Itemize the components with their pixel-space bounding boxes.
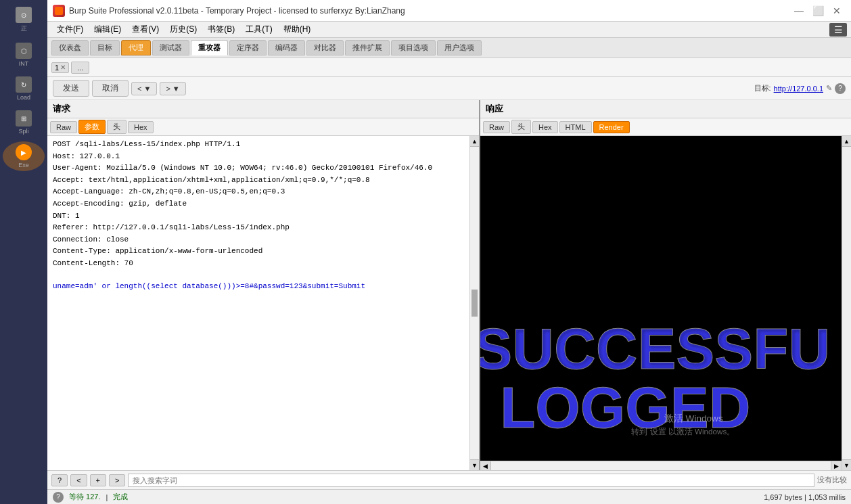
resp-tab-html[interactable]: HTML: [559, 121, 592, 133]
tab-project-options[interactable]: 项目选项: [391, 40, 436, 55]
tab-repeater[interactable]: 重攻器: [191, 40, 228, 55]
request-body: POST /sqli-labs/Less-15/index.php HTTP/1…: [47, 136, 479, 470]
resp-tab-hex[interactable]: Hex: [532, 121, 558, 133]
menu-view[interactable]: 查看(V): [127, 22, 164, 37]
sidebar-item-home[interactable]: ⊙ 正: [3, 4, 45, 36]
resp-tab-raw[interactable]: Raw: [483, 121, 510, 133]
status-help-icon[interactable]: ?: [53, 492, 64, 503]
tab-user-options[interactable]: 用户选项: [437, 40, 482, 55]
sidebar-item-load[interactable]: ↻ Load: [3, 74, 45, 104]
response-scrollbar[interactable]: ▲ ▼: [842, 136, 851, 470]
tab-ellipsis[interactable]: ...: [71, 62, 89, 74]
req-line-6: Accept-Encoding: gzip, deflate: [50, 198, 476, 210]
resp-scroll-track: [842, 147, 851, 459]
minimize-button[interactable]: —: [790, 4, 808, 18]
menu-tools[interactable]: 工具(T): [240, 22, 277, 37]
sidebar-item-split[interactable]: ⊞ Spli: [3, 108, 45, 137]
action-bar: 发送 取消 < ▼ > ▼ 目标: http://127.0.0.1 ✎ ?: [47, 77, 851, 100]
req-line-5: Accept-Language: zh-CN,zh;q=0.8,en-US;q=…: [50, 186, 476, 198]
req-tab-params[interactable]: 参数: [78, 120, 106, 134]
home-icon: ⊙: [21, 12, 26, 19]
render-area: SUCCESSFU LOGGED 激活 Windows 转到 设置 以激活 Wi…: [480, 136, 851, 470]
help-target-icon[interactable]: ?: [835, 83, 846, 94]
hamburger-button[interactable]: ☰: [829, 23, 847, 37]
tab-decoder[interactable]: 编码器: [268, 40, 305, 55]
request-panel-tabs: Raw 参数 头 Hex: [47, 118, 479, 136]
req-tab-headers[interactable]: 头: [107, 120, 127, 134]
tab-proxy[interactable]: 代理: [121, 40, 151, 55]
scroll-up-arrow[interactable]: ▲: [470, 136, 479, 147]
request-content[interactable]: POST /sqli-labs/Less-15/index.php HTTP/1…: [47, 136, 479, 470]
tab-tester[interactable]: 测试器: [152, 40, 189, 55]
resp-scroll-left[interactable]: ◀: [480, 461, 491, 470]
bytes-info: 1,697 bytes | 1,053 millis: [764, 493, 846, 501]
target-label-text: 目标:: [754, 83, 771, 93]
sidebar-item-label-load: Load: [17, 94, 30, 101]
status-divider: |: [106, 493, 108, 501]
titlebar: Burp Suite Professional v2.0.11beta - Te…: [47, 0, 851, 22]
main-window: Burp Suite Professional v2.0.11beta - Te…: [47, 0, 851, 504]
prev-button[interactable]: <: [70, 474, 87, 486]
sidebar-item-exe[interactable]: ▶ Exe: [3, 141, 45, 171]
request-panel: 请求 Raw 参数 头 Hex POST /sqli-labs/Less-15/…: [47, 100, 480, 470]
req-line-1: POST /sqli-labs/Less-15/index.php HTTP/1…: [50, 139, 476, 151]
resp-scroll-up[interactable]: ▲: [842, 136, 851, 147]
add-button[interactable]: +: [90, 474, 106, 486]
svg-text:转到 设置 以激活 Windows。: 转到 设置 以激活 Windows。: [631, 427, 735, 436]
req-tab-hex[interactable]: Hex: [128, 121, 154, 133]
sidebar-item-int[interactable]: ⬡ INT: [3, 40, 45, 70]
req-line-10: Content-Type: application/x-www-form-url…: [50, 246, 476, 258]
menu-file[interactable]: 文件(F): [51, 22, 89, 37]
render-content: SUCCESSFU LOGGED 激活 Windows 转到 设置 以激活 Wi…: [480, 136, 842, 470]
response-hscrollbar[interactable]: ◀ ▶: [480, 461, 842, 470]
scroll-thumb[interactable]: [472, 290, 478, 317]
edit-target-icon[interactable]: ✎: [826, 84, 832, 93]
tab-sequencer[interactable]: 定序器: [229, 40, 267, 55]
sidebar-item-label-home: 正: [21, 24, 27, 33]
tab-extensions[interactable]: 推件扩展: [345, 40, 390, 55]
load-icon: ↻: [21, 81, 26, 89]
nav-fwd-button[interactable]: > ▼: [160, 82, 185, 95]
tab-target[interactable]: 目标: [90, 40, 120, 55]
tab-close-icon[interactable]: ✕: [60, 64, 66, 71]
req-line-4: Accept: text/html,application/xhtml+xml,…: [50, 175, 476, 187]
menu-edit[interactable]: 编辑(E): [89, 22, 127, 37]
resp-tab-render[interactable]: Render: [593, 121, 630, 133]
window-title: Burp Suite Professional v2.0.11beta - Te…: [69, 6, 790, 16]
next-button[interactable]: >: [109, 474, 125, 486]
tab-number: 1: [55, 64, 59, 72]
scroll-down-arrow[interactable]: ▼: [470, 459, 479, 470]
menubar: 文件(F) 编辑(E) 查看(V) 历史(S) 书签(B) 工具(T) 帮助(H…: [47, 22, 851, 38]
burp-icon: [53, 5, 65, 17]
cancel-button[interactable]: 取消: [92, 80, 129, 97]
req-tab-raw[interactable]: Raw: [50, 121, 77, 133]
nav-back-button[interactable]: < ▼: [131, 82, 157, 95]
render-image: SUCCESSFU LOGGED 激活 Windows 转到 设置 以激活 Wi…: [480, 136, 851, 470]
toolbar: 仪表盘 目标 代理 测试器 重攻器 定序器 编码器 对比器 推件扩展 项目选项 …: [47, 38, 851, 58]
help-button[interactable]: ?: [51, 474, 68, 486]
req-line-8: Referer: http://127.0.0.1/sqli-labs/Less…: [50, 222, 476, 234]
target-label-container: 目标: http://127.0.0.1 ✎ ?: [754, 83, 846, 94]
send-button[interactable]: 发送: [53, 80, 89, 97]
resp-tab-headers[interactable]: 头: [511, 120, 531, 134]
resp-scroll-right[interactable]: ▶: [831, 461, 842, 470]
maximize-button[interactable]: ⬜: [809, 4, 827, 18]
tab-comparer[interactable]: 对比器: [306, 40, 344, 55]
menu-bookmarks[interactable]: 书签(B): [202, 22, 240, 37]
split-icon: ⊞: [21, 115, 26, 122]
nav-fwd-icon: > ▼: [166, 85, 179, 93]
request-scrollbar[interactable]: ▲ ▼: [469, 136, 479, 470]
resp-hscroll-track: [491, 461, 831, 470]
req-line-9: Connection: close: [50, 234, 476, 246]
search-input[interactable]: [128, 474, 814, 487]
close-button[interactable]: ✕: [828, 4, 846, 18]
resp-scroll-down[interactable]: ▼: [842, 459, 851, 470]
svg-text:SUCCESSFU: SUCCESSFU: [480, 317, 830, 381]
menu-history[interactable]: 历史(S): [164, 22, 202, 37]
window-controls: — ⬜ ✕: [790, 4, 846, 18]
exe-icon: ▶: [21, 149, 26, 156]
tab-dashboard[interactable]: 仪表盘: [51, 40, 89, 55]
menu-help[interactable]: 帮助(H): [278, 22, 317, 37]
target-url[interactable]: http://127.0.0.1: [774, 85, 823, 93]
statusbar: ? 等待 127. | 完成 1,697 bytes | 1,053 milli…: [47, 489, 851, 504]
